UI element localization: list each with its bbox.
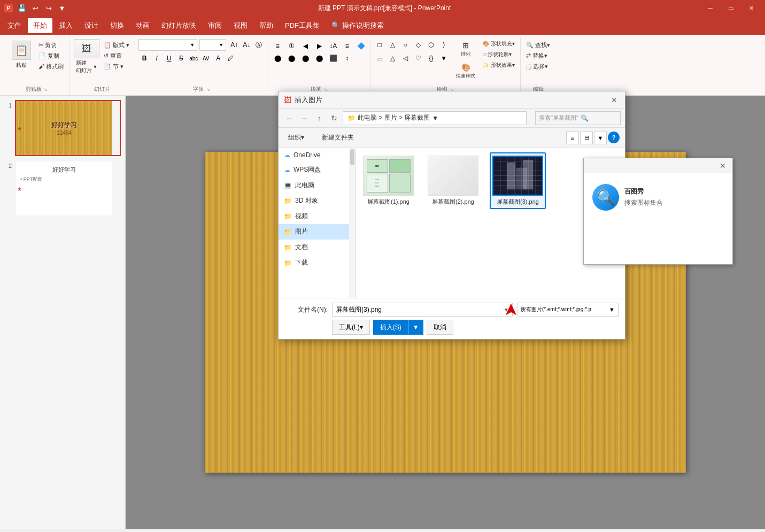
shape-btn-4[interactable]: ◇ bbox=[412, 39, 424, 51]
shape-btn-3[interactable]: ○ bbox=[399, 39, 411, 51]
new-folder-button[interactable]: 新建文件夹 bbox=[318, 131, 358, 144]
align-left-button[interactable]: ⬤ bbox=[272, 52, 283, 64]
refresh-button[interactable]: ↻ bbox=[328, 112, 341, 125]
shape-effect-button[interactable]: ✨ 形状效果▾ bbox=[481, 60, 517, 70]
minimize-button[interactable]: ─ bbox=[701, 0, 720, 16]
numbering-button[interactable]: ① bbox=[285, 40, 297, 52]
sidebar-3d[interactable]: 📁 3D 对象 bbox=[279, 193, 356, 209]
insert-dropdown-button[interactable]: ▼ bbox=[408, 320, 423, 335]
increase-font-button[interactable]: A↑ bbox=[228, 39, 240, 51]
menu-transitions[interactable]: 切换 bbox=[105, 18, 129, 33]
smartart-button[interactable]: 🔷 bbox=[355, 40, 367, 52]
breadcrumb-bar[interactable]: 📁 此电脑 > 图片 > 屏幕截图 ▼ bbox=[343, 111, 527, 125]
insert-button[interactable]: 插入(S) bbox=[373, 320, 408, 335]
arrange-button[interactable]: ⊞ 排列 bbox=[453, 39, 478, 60]
menu-help[interactable]: 帮助 bbox=[254, 18, 279, 33]
tools-button[interactable]: 工具(L)▾ bbox=[332, 320, 370, 335]
strikethrough-button[interactable]: S̶ bbox=[175, 52, 187, 64]
shape-fill-button[interactable]: 🎨 形状填充▾ bbox=[481, 39, 517, 49]
bold-button[interactable]: B bbox=[138, 52, 150, 64]
shape-btn-9[interactable]: ◁ bbox=[399, 52, 411, 64]
menu-pdf[interactable]: PDF工具集 bbox=[280, 18, 325, 33]
close-button[interactable]: ✕ bbox=[741, 0, 761, 16]
menu-design[interactable]: 设计 bbox=[79, 18, 104, 33]
shape-btn-7[interactable]: ⌓ bbox=[374, 52, 385, 64]
save-button[interactable]: 💾 bbox=[16, 2, 28, 14]
select-button[interactable]: ⬚ 选择▾ bbox=[524, 61, 552, 72]
shape-btn-1[interactable]: □ bbox=[374, 39, 385, 51]
menu-view[interactable]: 视图 bbox=[228, 18, 253, 33]
redo-button[interactable]: ↪ bbox=[43, 2, 55, 14]
sidebar-onedrive[interactable]: ☁ OneDrive bbox=[279, 148, 356, 162]
sidebar-wps[interactable]: ☁ WPS网盘 bbox=[279, 162, 356, 178]
new-slide-button[interactable]: 🖼 新建幻灯片 ▼ bbox=[73, 39, 101, 75]
font-name-select[interactable]: ▼ bbox=[138, 39, 197, 51]
underline-button[interactable]: U bbox=[163, 52, 175, 64]
cut-button[interactable]: ✂ 剪切 bbox=[36, 40, 66, 50]
view-pane-button[interactable]: ⊟ bbox=[580, 132, 593, 144]
highlight-button[interactable]: 🖊 bbox=[225, 52, 236, 64]
indent-more-button[interactable]: ▶ bbox=[313, 40, 325, 52]
view-dropdown-button[interactable]: ▼ bbox=[594, 132, 607, 144]
spacing-button[interactable]: AV bbox=[200, 52, 212, 64]
menu-animations[interactable]: 动画 bbox=[130, 18, 155, 33]
align-right-button[interactable]: ⬤ bbox=[299, 52, 311, 64]
layout-button[interactable]: 📋 版式 ▾ bbox=[102, 40, 132, 50]
file-type-select[interactable]: 所有图片(*.emf;*.wmf;*.jpg;*.jr ▼ bbox=[517, 303, 619, 317]
color-button[interactable]: A bbox=[212, 52, 224, 64]
shape-btn-10[interactable]: ♡ bbox=[412, 52, 424, 64]
undo-button[interactable]: ↩ bbox=[29, 2, 41, 14]
indent-less-button[interactable]: ◀ bbox=[299, 40, 311, 52]
shape-more[interactable]: ▼ bbox=[438, 52, 450, 64]
back-button[interactable]: ← bbox=[283, 112, 296, 125]
menu-insert[interactable]: 插入 bbox=[53, 18, 78, 33]
organize-button[interactable]: 组织▾ bbox=[284, 131, 308, 144]
columns-button[interactable]: ⬛ bbox=[327, 52, 339, 64]
bullets-button[interactable]: ≡ bbox=[272, 40, 283, 52]
section-button[interactable]: 📑 节 ▾ bbox=[102, 61, 132, 72]
insert-image-dialog[interactable]: 🖼 插入图片 ✕ ← → ↑ ↻ 📁 此电脑 > 图片 > 屏幕截图 ▼ 搜索"… bbox=[278, 91, 625, 340]
paste-button[interactable]: 📋 粘贴 bbox=[7, 39, 35, 70]
find-button[interactable]: 🔍 查找▾ bbox=[524, 40, 552, 50]
shape-outline-button[interactable]: □ 形状轮廓▾ bbox=[481, 50, 517, 59]
menu-home[interactable]: 开始 bbox=[28, 18, 52, 33]
line-spacing-button[interactable]: ↕ bbox=[341, 52, 353, 64]
italic-button[interactable]: I bbox=[151, 52, 163, 64]
customize-button[interactable]: ▼ bbox=[56, 2, 68, 14]
align-text-button[interactable]: ≡ bbox=[341, 40, 353, 52]
file-item-1[interactable]: ■■ ══════ 屏幕截图(1).png bbox=[360, 152, 416, 209]
align-center-button[interactable]: ⬤ bbox=[285, 52, 297, 64]
file-item-3[interactable]: 屏幕截图(3).png bbox=[490, 152, 546, 209]
breadcrumb-dropdown[interactable]: ▼ bbox=[432, 114, 438, 122]
search-bar[interactable]: 搜索"屏幕截图" 🔍 bbox=[535, 111, 621, 125]
view-details-button[interactable]: ≡ bbox=[566, 132, 579, 144]
menu-search[interactable]: 🔍 操作说明搜索 bbox=[326, 18, 389, 33]
shape-btn-8[interactable]: △ bbox=[387, 52, 398, 64]
dialog-close-button[interactable]: ✕ bbox=[609, 95, 620, 105]
reset-button[interactable]: ↺ 重置 bbox=[102, 51, 132, 61]
menu-file[interactable]: 文件 bbox=[2, 18, 27, 33]
menu-review[interactable]: 审阅 bbox=[203, 18, 227, 33]
up-button[interactable]: ↑ bbox=[313, 112, 326, 125]
sidebar-pictures[interactable]: 📁 图片 bbox=[279, 224, 356, 240]
shape-btn-11[interactable]: {} bbox=[425, 52, 437, 64]
quick-styles-button[interactable]: 🎨 快速样式 bbox=[453, 61, 478, 82]
sidebar-pc[interactable]: 💻 此电脑 bbox=[279, 178, 356, 193]
sidebar-downloads[interactable]: 📁 下载 bbox=[279, 255, 356, 271]
secondary-close-button[interactable]: ✕ bbox=[717, 160, 728, 171]
copy-button[interactable]: 📄 复制 bbox=[36, 51, 66, 61]
slide-thumb-2[interactable]: 2 好好学习 • PPT配套 ★ bbox=[4, 160, 121, 217]
menu-slideshow[interactable]: 幻灯片放映 bbox=[156, 18, 202, 33]
slide-thumb-1[interactable]: 1 好好学习 12464 ★ bbox=[4, 100, 121, 156]
text-direction-button[interactable]: ↕A bbox=[327, 40, 339, 52]
file-item-2[interactable]: 屏幕截图(2).png bbox=[425, 152, 481, 209]
sidebar-video[interactable]: 📁 视频 bbox=[279, 209, 356, 224]
forward-button[interactable]: → bbox=[298, 112, 311, 125]
shape-btn-6[interactable]: ⟩ bbox=[438, 39, 450, 51]
replace-button[interactable]: ⇄ 替换▾ bbox=[524, 51, 552, 61]
font-size-select[interactable]: ▼ bbox=[199, 39, 226, 51]
help-button[interactable]: ? bbox=[608, 132, 620, 143]
shape-btn-5[interactable]: ⬡ bbox=[425, 39, 437, 51]
sidebar-documents[interactable]: 📁 文档 bbox=[279, 240, 356, 255]
shape-btn-2[interactable]: △ bbox=[387, 39, 398, 51]
